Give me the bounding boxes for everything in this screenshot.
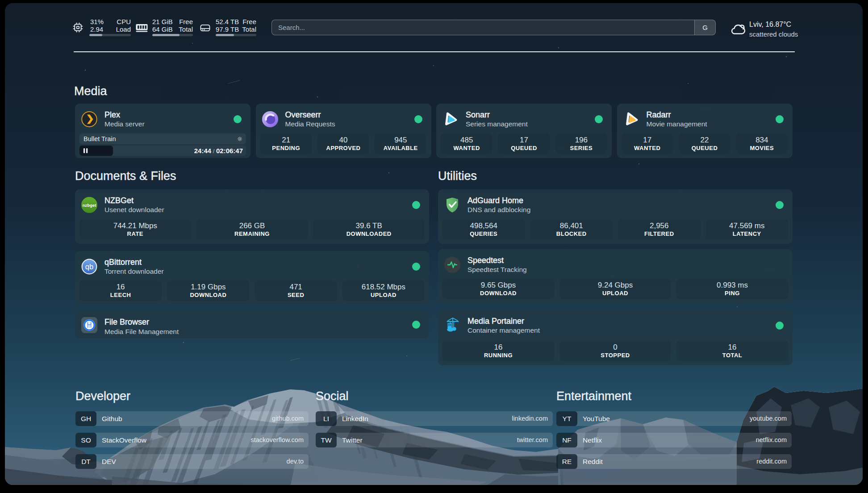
svg-text:nzbget: nzbget <box>83 203 96 208</box>
svg-text:qb: qb <box>85 263 93 271</box>
